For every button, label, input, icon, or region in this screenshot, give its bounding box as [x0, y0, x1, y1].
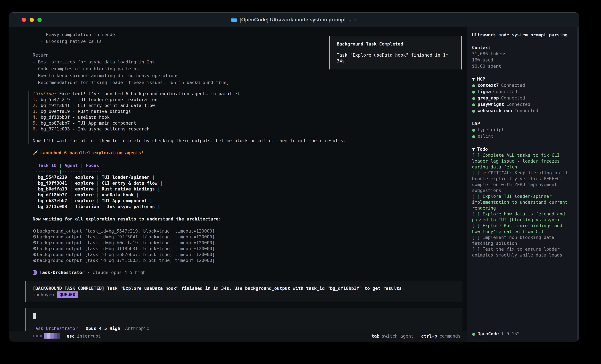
traffic-lights — [22, 13, 42, 27]
mcp-status: Connected — [506, 101, 530, 107]
todo-item: [ ] Implement non-blocking data fetching… — [472, 235, 572, 246]
lsp-name: typescript — [478, 127, 504, 133]
tool-call: background_output [task_id=bg_5547c219, … — [33, 228, 462, 234]
announcement-text: Launched 6 parallel exploration agents! — [40, 150, 144, 156]
todo-item: [ ] Test the fix to ensure loader animat… — [472, 246, 572, 258]
circle-icon — [354, 17, 357, 23]
ctrlp-key-hint: ctrl+p — [421, 334, 437, 339]
brand-name-bold: Code — [488, 331, 499, 337]
status-badge: QUEUED — [57, 291, 78, 298]
table-segment: | — [134, 192, 139, 197]
mcp-item: context7Connected — [472, 82, 572, 88]
mcp-item: figmaConnected — [472, 88, 572, 95]
app-version: 1.0.152 — [501, 331, 520, 337]
table-segment: bg_b0effa19 — [38, 186, 67, 192]
gear-icon — [33, 240, 37, 245]
completed-message-text: [BACKGROUND TASK COMPLETED] Task "Explor… — [33, 285, 457, 291]
status-dot-icon — [472, 331, 475, 337]
tool-call: background_output [task_id=bg_37f1c003, … — [33, 258, 462, 263]
table-segment: bg_f9ff3041 — [38, 181, 67, 186]
mcp-status: Connected — [514, 108, 538, 114]
input-provider-name: Anthropic — [125, 326, 149, 331]
app-version-footer: Open Code 1.0.152 — [472, 331, 572, 337]
rocket-icon — [33, 150, 38, 155]
table-segment: | — [155, 204, 160, 209]
table-segment: Ink async patterns — [107, 204, 155, 209]
tool-call: background_output [task_id=bg_eb87ebb7, … — [33, 252, 462, 258]
table-segment: | — [33, 181, 38, 186]
agent-name: Task-Orchestrator — [40, 269, 85, 276]
table-row: | bg_b0effa19 | explore | Rust native bi… — [33, 186, 462, 192]
table-segment: | — [33, 186, 38, 192]
todo-item: [ ] Explore Rust core bindings and how t… — [472, 223, 572, 235]
gear-icon — [33, 246, 37, 251]
gear-icon — [33, 234, 37, 239]
tool-call-text: background_output [task_id=bg_df18bb3f, … — [37, 246, 215, 251]
mcp-heading[interactable]: MCP — [472, 76, 572, 82]
context-spent: $0.00 spent — [472, 63, 572, 69]
user-name: junhoyeo — [33, 292, 54, 298]
mcp-name: websearch_exa — [478, 108, 512, 114]
thinking-item: 3. bg_b0effa19 - Rust native bindings — [33, 108, 462, 114]
table-segment: | — [155, 186, 160, 192]
gear-icon — [33, 229, 37, 234]
text-cursor — [33, 313, 36, 319]
switch-agent-hint: switch agent — [382, 334, 413, 339]
mcp-name: figma — [478, 88, 491, 95]
mcp-section: MCP context7Connected figmaConnected gre… — [472, 76, 572, 114]
context-section: Context 31,686 tokens 16% used $0.00 spe… — [472, 45, 572, 69]
table-segment: explore — [75, 192, 94, 197]
conversation-scroll-area: - Heavy computation in render - Blocking… — [9, 27, 467, 331]
tool-call: background_output [task_id=bg_df18bb3f, … — [33, 246, 462, 252]
brand-name: Open — [478, 331, 488, 337]
close-button[interactable] — [22, 18, 26, 22]
table-segment: | — [33, 163, 38, 168]
prompt-input[interactable]: Task-Orchestrator Opus 4.5 High Anthropi… — [25, 308, 462, 331]
table-segment: | — [78, 163, 86, 168]
todo-section: Todo [ ] Complete ALL tasks to fix CLI l… — [472, 146, 572, 258]
table-segment: librarian — [75, 204, 99, 209]
todo-heading[interactable]: Todo — [472, 146, 572, 152]
status-dot-icon — [472, 133, 475, 139]
notification-toast: Background Task Completed Task "Explore … — [329, 36, 462, 69]
table-segment: | — [67, 181, 75, 186]
item-text: bg_df18bb3f - useData hook — [41, 115, 110, 120]
table-segment: | — [147, 198, 152, 203]
status-dot-icon — [472, 82, 475, 88]
input-meta: Task-Orchestrator Opus 4.5 High Anthropi… — [33, 325, 457, 331]
tool-call-text: background_output [task_id=bg_5547c219, … — [37, 229, 215, 234]
status-bar: esc interrupt tab switch agent ctrl+p co… — [9, 331, 467, 342]
table-segment: explore — [75, 175, 94, 180]
app-window: [OpenCode] Ultrawork mode system prompt … — [9, 12, 579, 342]
table-segment: ------- — [62, 169, 80, 174]
table-segment: | — [67, 204, 75, 209]
lsp-name: eslint — [478, 133, 493, 139]
table-row: | bg_5547c219 | explore | TUI loader/spi… — [33, 174, 462, 180]
mcp-item: websearch_exaConnected — [472, 108, 572, 114]
separator-dot: · — [87, 269, 90, 276]
lsp-heading: LSP — [472, 121, 572, 127]
notification-title: Background Task Completed — [337, 41, 461, 47]
window-title: [OpenCode] Ultrawork mode system prompt … — [231, 17, 357, 23]
item-text: bg_eb87ebb7 - TUI App main component — [41, 121, 136, 125]
table-segment: Agent — [64, 163, 78, 168]
mcp-name: playwright — [478, 101, 504, 107]
item-text: bg_f9ff3041 - CLI entry point and data f… — [41, 103, 155, 108]
tool-call-text: background_output [task_id=bg_f9ff3041, … — [37, 234, 215, 239]
scrollbar[interactable] — [577, 27, 579, 342]
item-text: bg_5547c219 - TUI loader/spinner explora… — [41, 97, 157, 102]
table-segment: bg_df18bb3f — [38, 192, 67, 197]
tool-call: background_output [task_id=bg_b0effa19, … — [33, 240, 462, 246]
item-number: 6. — [33, 126, 41, 132]
tool-call-text: background_output [task_id=bg_eb87ebb7, … — [37, 252, 215, 257]
thinking-item: 6. bg_37f1c003 - Ink async patterns rese… — [33, 126, 462, 132]
thinking-block: Thinking: Excellent! I've launched 6 bac… — [28, 91, 462, 144]
maximize-button[interactable] — [37, 18, 42, 22]
minimize-button[interactable] — [30, 18, 34, 22]
item-text: bg_37f1c003 - Ink async patterns researc… — [41, 126, 150, 132]
table-row: | bg_37f1c003 | librarian | Ink async pa… — [33, 204, 462, 210]
table-segment: | — [80, 169, 83, 174]
mcp-name: context7 — [478, 82, 499, 88]
table-segment: ------- — [83, 169, 102, 174]
table-segment: | — [33, 169, 35, 174]
